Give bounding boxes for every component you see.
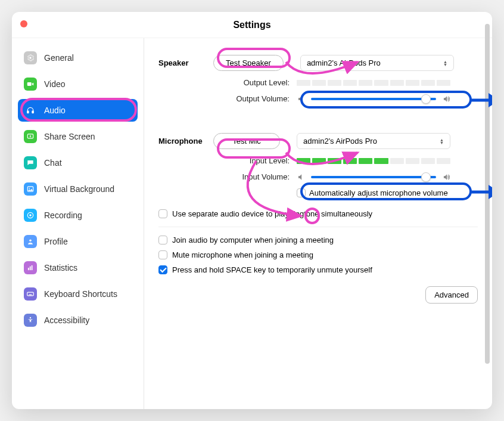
image-icon — [24, 182, 37, 196]
svg-point-6 — [29, 188, 30, 189]
svg-rect-12 — [32, 265, 33, 270]
separate-ringtone-label: Use separate audio device to play ringto… — [172, 209, 372, 218]
mic-device-dropdown[interactable]: admin2's AirPods Pro ▲▼ — [297, 133, 450, 149]
auto-adjust-mic-label: Automatically adjust microphone volume — [309, 188, 448, 197]
svg-rect-1 — [27, 82, 32, 86]
mute-on-join-label: Mute microphone when joining a meeting — [172, 250, 313, 259]
test-mic-button[interactable]: Test Mic — [213, 133, 280, 149]
microphone-section: Microphone Test Mic admin2's AirPods Pro… — [158, 133, 478, 205]
join-audio-label: Join audio by computer when joining a me… — [172, 236, 334, 244]
volume-low-icon — [297, 173, 305, 181]
svg-rect-10 — [28, 268, 29, 270]
sidebar-item-general[interactable]: General — [18, 47, 138, 69]
sidebar-item-statistics[interactable]: Statistics — [18, 256, 138, 279]
input-volume-label: Input Volume: — [213, 172, 290, 181]
volume-low-icon — [297, 95, 305, 103]
input-level-meter — [297, 158, 450, 164]
sidebar-item-label: Recording — [44, 210, 82, 220]
speaker-section: Speaker Test Speaker admin2's AirPods Pr… — [158, 55, 478, 110]
sidebar-item-label: Profile — [44, 237, 68, 246]
svg-point-14 — [30, 317, 31, 318]
sidebar-item-chat[interactable]: Chat — [18, 151, 138, 174]
sidebar-item-recording[interactable]: Recording — [18, 204, 138, 227]
sidebar-item-share-screen[interactable]: Share Screen — [18, 125, 138, 148]
window-title: Settings — [233, 20, 270, 30]
sidebar-item-label: General — [44, 53, 74, 63]
record-icon — [24, 209, 37, 222]
output-volume-label: Output Volume: — [213, 94, 290, 103]
chevron-updown-icon: ▲▼ — [443, 60, 447, 66]
svg-rect-11 — [30, 267, 31, 270]
divider — [158, 227, 478, 227]
profile-icon — [24, 235, 37, 248]
sidebar-item-audio[interactable]: Audio — [18, 99, 138, 122]
scrollbar[interactable] — [485, 24, 490, 364]
advanced-button[interactable]: Advanced — [425, 286, 478, 304]
content-pane: Speaker Test Speaker admin2's AirPods Pr… — [144, 38, 492, 409]
svg-point-9 — [29, 240, 32, 242]
output-level-meter — [297, 80, 450, 86]
sidebar-item-keyboard-shortcuts[interactable]: Keyboard Shortcuts — [18, 283, 138, 305]
accessibility-icon — [24, 314, 37, 327]
input-volume-slider[interactable] — [311, 176, 436, 178]
chevron-updown-icon: ▲▼ — [440, 138, 444, 144]
chat-icon — [24, 156, 37, 169]
space-unmute-checkbox[interactable] — [158, 265, 167, 274]
output-volume-slider[interactable] — [311, 98, 436, 100]
speaker-heading: Speaker — [158, 55, 213, 110]
sidebar-item-label: Keyboard Shortcuts — [44, 289, 117, 299]
svg-rect-3 — [32, 111, 33, 113]
svg-rect-13 — [27, 292, 34, 296]
share-icon — [24, 130, 37, 143]
svg-point-0 — [29, 57, 32, 59]
titlebar: Settings — [12, 12, 492, 38]
sidebar-item-label: Audio — [44, 106, 66, 115]
sidebar-item-accessibility[interactable]: Accessibility — [18, 309, 138, 332]
stats-icon — [24, 261, 37, 274]
mic-device-value: admin2's AirPods Pro — [303, 137, 377, 146]
mute-on-join-checkbox[interactable] — [158, 250, 167, 259]
test-speaker-button[interactable]: Test Speaker — [213, 55, 284, 71]
sidebar-item-label: Statistics — [44, 263, 77, 273]
sidebar-item-label: Chat — [44, 158, 62, 168]
volume-high-icon — [442, 95, 450, 103]
microphone-heading: Microphone — [158, 133, 213, 205]
speaker-device-value: admin2's AirPods Pro — [307, 58, 381, 67]
close-window-button[interactable] — [20, 20, 27, 27]
sidebar-item-label: Accessibility — [44, 315, 89, 325]
auto-adjust-mic-checkbox[interactable] — [297, 188, 306, 197]
video-icon — [24, 78, 37, 91]
speaker-device-dropdown[interactable]: admin2's AirPods Pro ▲▼ — [300, 55, 454, 71]
volume-high-icon — [442, 173, 450, 181]
sidebar-item-profile[interactable]: Profile — [18, 230, 138, 253]
slider-thumb[interactable] — [421, 172, 431, 182]
output-level-label: Output Level: — [213, 78, 290, 87]
gear-icon — [24, 51, 37, 64]
sidebar-item-label: Video — [44, 79, 66, 89]
separate-ringtone-checkbox[interactable] — [158, 209, 167, 218]
space-unmute-label: Press and hold SPACE key to temporarily … — [172, 265, 372, 274]
svg-point-8 — [29, 214, 32, 216]
sidebar-item-virtual-background[interactable]: Virtual Background — [18, 178, 138, 200]
sidebar-item-video[interactable]: Video — [18, 73, 138, 95]
input-level-label: Input Level: — [213, 156, 290, 165]
join-audio-checkbox[interactable] — [158, 236, 167, 244]
slider-thumb[interactable] — [421, 94, 431, 104]
headphones-icon — [24, 104, 37, 117]
keyboard-icon — [24, 287, 37, 301]
settings-window: Settings General Video Audio — [12, 12, 492, 409]
traffic-lights — [20, 20, 27, 27]
sidebar: General Video Audio Share Screen — [12, 38, 144, 409]
svg-rect-2 — [27, 111, 29, 113]
sidebar-item-label: Share Screen — [44, 132, 95, 141]
sidebar-item-label: Virtual Background — [44, 184, 114, 194]
